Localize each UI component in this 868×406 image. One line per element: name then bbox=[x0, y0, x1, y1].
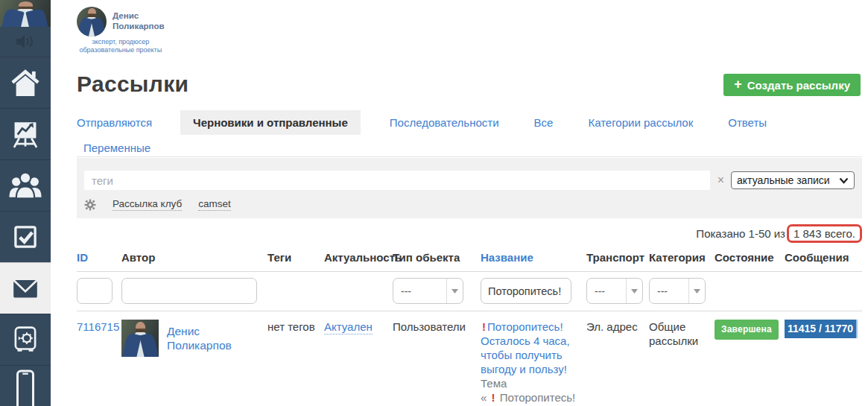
dropdown-arrow-icon bbox=[688, 279, 705, 303]
col-header-actuality: Актуальность bbox=[324, 247, 393, 272]
profile-subtitle: эксперт, продюсер образовательные проект… bbox=[79, 38, 162, 55]
mail-envelope-icon bbox=[9, 273, 42, 303]
annotation-red-box: 1 843 всего. bbox=[787, 224, 862, 243]
plus-icon: + bbox=[734, 77, 742, 91]
sidebar-user-photo[interactable] bbox=[0, 0, 51, 27]
row-object-type: Пользователи bbox=[393, 320, 466, 333]
filter-object-type-value: --- bbox=[393, 279, 446, 303]
safe-vault-icon bbox=[10, 323, 41, 356]
mailings-table: ID Автор Теги Актуальность Тип обьекта Н… bbox=[77, 247, 862, 405]
sidebar-item-tasks[interactable] bbox=[0, 211, 51, 262]
filter-transport-value: --- bbox=[587, 279, 626, 303]
home-icon bbox=[9, 66, 42, 99]
dropdown-arrow-icon bbox=[626, 279, 642, 303]
row-author-link[interactable]: Денис Поликарпов bbox=[167, 324, 262, 352]
create-mailing-label: Создать рассылку bbox=[747, 79, 850, 92]
sidebar-item-analytics[interactable] bbox=[0, 108, 51, 159]
sidebar-item-vault[interactable] bbox=[0, 314, 51, 365]
col-header-messages: Сообщения bbox=[785, 247, 862, 272]
status-badge: Завершена bbox=[715, 320, 779, 340]
profile-name: Денис Поликарпов bbox=[113, 11, 165, 32]
tab-sequences[interactable]: Последовательности bbox=[390, 110, 499, 135]
row-tags: нет тегов bbox=[267, 320, 315, 333]
filter-object-type-select[interactable]: --- bbox=[393, 278, 463, 304]
records-filter-value: актуальные записи bbox=[737, 174, 830, 186]
sidebar-item-mobile[interactable] bbox=[0, 365, 51, 406]
profile-avatar bbox=[77, 7, 107, 37]
main-content: Денис Поликарпов эксперт, продюсер образ… bbox=[51, 0, 868, 406]
row-transport: Эл. адрес bbox=[586, 320, 638, 333]
user-profile[interactable]: Денис Поликарпов эксперт, продюсер образ… bbox=[77, 7, 165, 55]
filter-category-value: --- bbox=[650, 279, 688, 303]
sidebar-item-contacts[interactable] bbox=[0, 159, 51, 211]
filter-transport-select[interactable]: --- bbox=[586, 278, 643, 304]
row-messages-count: 11415 / 11770 bbox=[785, 320, 858, 338]
results-summary: Показано 1-50 из 1 843 всего. bbox=[696, 224, 862, 243]
chevron-down-icon bbox=[839, 177, 849, 184]
saved-filter-club[interactable]: Рассылка клуб bbox=[113, 198, 182, 211]
col-header-category: Категория bbox=[649, 247, 715, 272]
presentation-chart-icon bbox=[9, 118, 42, 150]
row-category: Общие рассылки bbox=[649, 320, 698, 347]
filter-category-select[interactable]: --- bbox=[649, 278, 706, 304]
row-author-avatar[interactable] bbox=[121, 320, 159, 357]
speaker-muted-icon bbox=[14, 34, 37, 50]
dropdown-arrow-icon bbox=[446, 279, 463, 303]
sidebar-item-mail[interactable] bbox=[0, 262, 51, 314]
tab-all[interactable]: Все bbox=[534, 110, 554, 135]
tab-drafts-and-sent[interactable]: Черновики и отправленные bbox=[180, 110, 361, 135]
create-mailing-button[interactable]: + Создать рассылку bbox=[723, 74, 861, 96]
row-theme-line: « ! Поторопитесь! bbox=[481, 390, 580, 405]
exclamation-icon: ! bbox=[490, 391, 497, 404]
table-filter-row: --- --- bbox=[77, 272, 862, 311]
saved-filter-camset[interactable]: camset bbox=[198, 198, 231, 211]
row-theme-label: Тема bbox=[481, 376, 580, 390]
col-header-state: Состояние bbox=[715, 247, 785, 272]
col-header-object-type: Тип обьекта bbox=[393, 247, 481, 272]
mobile-phone-icon bbox=[12, 369, 39, 406]
clear-icon[interactable]: × bbox=[717, 174, 724, 186]
tabs-bar: Отправляются Черновики и отправленные По… bbox=[77, 110, 861, 160]
tab-replies[interactable]: Ответы bbox=[728, 110, 767, 135]
row-name-link[interactable]: Поторопитесь! Осталось 4 часа, чтобы пол… bbox=[481, 320, 570, 375]
filter-name-input[interactable] bbox=[481, 278, 571, 304]
tab-sending[interactable]: Отправляются bbox=[77, 110, 152, 135]
col-header-author: Автор bbox=[121, 247, 267, 272]
col-header-transport: Транспорт bbox=[586, 247, 649, 272]
table-header-row: ID Автор Теги Актуальность Тип обьекта Н… bbox=[77, 247, 862, 272]
people-group-icon bbox=[8, 169, 42, 202]
filter-id-input[interactable] bbox=[77, 278, 113, 304]
filter-panel: × актуальные записи bbox=[77, 158, 862, 218]
col-header-name[interactable]: Название bbox=[481, 247, 586, 272]
tags-search-input[interactable] bbox=[84, 171, 710, 190]
app-window: Денис Поликарпов эксперт, продюсер образ… bbox=[0, 0, 868, 406]
records-filter-select[interactable]: актуальные записи bbox=[731, 171, 855, 189]
results-shown-text: Показано 1-50 из bbox=[696, 227, 785, 240]
page-title: Рассылки bbox=[77, 72, 189, 97]
checkbox-check-icon bbox=[10, 221, 41, 253]
sidebar-item-home[interactable] bbox=[0, 57, 51, 108]
col-header-tags: Теги bbox=[267, 247, 324, 272]
col-header-id[interactable]: ID bbox=[77, 247, 121, 272]
sidebar-item-sound[interactable] bbox=[0, 27, 51, 57]
table-row: 7116715 Денис Поликарпов нет тегов Актуа… bbox=[77, 311, 862, 405]
row-id-link[interactable]: 7116715 bbox=[77, 320, 119, 333]
section-divider bbox=[77, 156, 862, 157]
gear-icon[interactable] bbox=[84, 199, 96, 211]
row-actuality-link[interactable]: Актуален bbox=[324, 320, 373, 334]
exclamation-icon: ! bbox=[481, 320, 487, 333]
sidebar-nav bbox=[0, 0, 51, 406]
tab-categories[interactable]: Категории рассылок bbox=[588, 110, 693, 135]
filter-author-input[interactable] bbox=[121, 278, 257, 304]
